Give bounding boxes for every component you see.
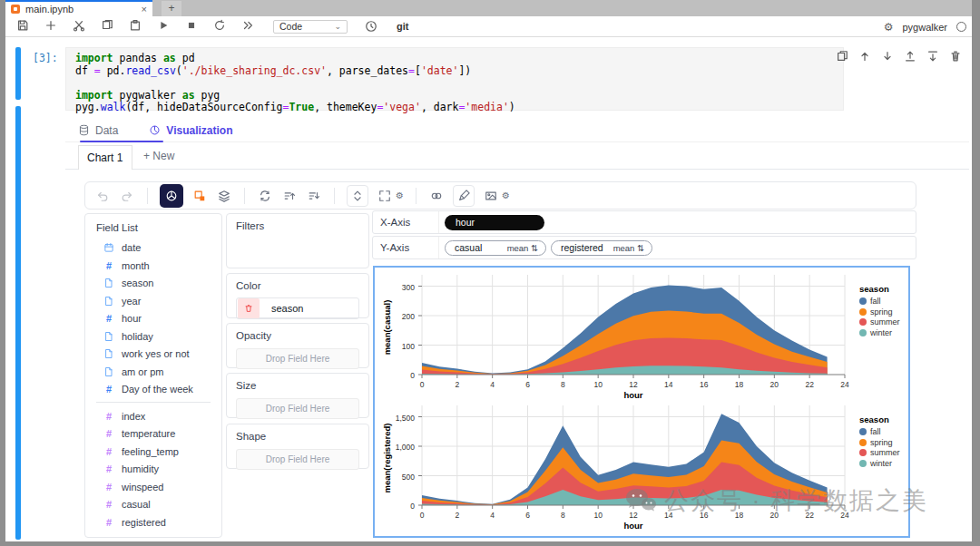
stop-icon[interactable] — [181, 18, 202, 33]
geom-mode-button[interactable] — [160, 184, 183, 208]
x-tick-label: 18 — [729, 511, 750, 520]
field-divider — [96, 402, 211, 403]
field-item-am-or-pm[interactable]: am or pm — [96, 366, 211, 377]
filters-panel: Filters — [226, 213, 369, 268]
restart-icon[interactable] — [209, 18, 230, 33]
hash-icon: # — [103, 517, 114, 528]
sort-asc-icon[interactable] — [281, 188, 298, 204]
size-drop-zone[interactable]: Drop Field Here — [236, 398, 359, 419]
redo-icon[interactable] — [119, 188, 135, 204]
field-item-Day-of-the-week[interactable]: #Day of the week — [96, 384, 211, 395]
legend-item-summer[interactable]: summer — [859, 448, 910, 457]
color-field-name: season — [271, 303, 303, 314]
field-item-casual[interactable]: #casual — [96, 499, 211, 510]
sort-desc-icon[interactable] — [306, 188, 322, 204]
field-item-registered[interactable]: #registered — [96, 517, 211, 528]
move-down-icon[interactable] — [880, 49, 895, 63]
brush-button[interactable] — [453, 185, 475, 207]
field-item-humidity[interactable]: #humidity — [96, 463, 211, 474]
new-tab-button[interactable]: + — [162, 1, 181, 16]
chart-1-tab[interactable]: Chart 1 — [78, 145, 132, 170]
active-cell-indicator[interactable] — [15, 47, 21, 100]
aggregation-icon[interactable] — [191, 188, 208, 204]
output-cell-indicator[interactable] — [15, 106, 21, 540]
paste-icon[interactable] — [124, 18, 146, 33]
code-line: import pygwalker as pyg — [75, 90, 834, 102]
field-item-date[interactable]: date — [96, 242, 211, 253]
copy-icon[interactable] — [96, 18, 118, 33]
opacity-drop-zone[interactable]: Drop Field Here — [236, 348, 359, 369]
shape-drop-zone[interactable]: Drop Field Here — [236, 449, 359, 470]
legend-item-spring[interactable]: spring — [859, 438, 910, 447]
field-item-year[interactable]: year — [96, 296, 211, 307]
refresh-icon[interactable] — [257, 188, 273, 204]
tab-visualization[interactable]: Visualization — [149, 124, 232, 137]
git-menu[interactable]: git — [397, 21, 408, 32]
legend-item-winter[interactable]: winter — [859, 459, 910, 468]
config-gear-icon[interactable]: ⚙ — [502, 190, 510, 200]
gear-icon[interactable]: ⚙ — [884, 21, 894, 34]
toolbar-separator — [334, 188, 335, 204]
x-axis-field-pill[interactable]: hour — [445, 215, 544, 230]
legend-item-winter[interactable]: winter — [859, 328, 910, 337]
settings-gear-icon[interactable]: ⚙ — [396, 190, 404, 200]
field-item-season[interactable]: season — [96, 278, 211, 288]
export-icon[interactable] — [483, 188, 499, 204]
x-tick-label: 12 — [622, 511, 644, 520]
save-icon[interactable] — [12, 18, 34, 33]
layers-icon[interactable] — [216, 188, 232, 204]
field-item-work-yes-or-not[interactable]: work yes or not — [96, 348, 211, 359]
run-all-icon[interactable] — [237, 18, 259, 33]
y-tick-label: 0 — [387, 502, 415, 511]
field-item-winspeed[interactable]: #winspeed — [96, 482, 211, 492]
pill-aggregation[interactable]: mean ⇅ — [507, 243, 538, 253]
close-tab-icon[interactable]: × — [142, 4, 147, 15]
document-icon — [103, 348, 114, 359]
x-tick-label: 0 — [411, 511, 433, 520]
legend-item-fall[interactable]: fall — [859, 297, 910, 306]
field-item-month[interactable]: #month — [96, 260, 211, 271]
toolbar-separator — [244, 188, 245, 204]
x-tick-label: 18 — [729, 380, 750, 389]
undo-icon[interactable] — [94, 188, 111, 204]
code-cell[interactable]: import pandas as pddf = pd.read_csv('./b… — [65, 47, 844, 111]
tab-data[interactable]: Data — [78, 124, 118, 137]
field-name: hour — [122, 313, 142, 324]
height-button[interactable] — [347, 185, 368, 207]
y-axis-field-pill-casual[interactable]: casualmean ⇅ — [445, 240, 546, 256]
x-tick-label: 2 — [446, 511, 468, 520]
color-panel: Color season — [226, 273, 369, 318]
insert-below-icon[interactable] — [926, 49, 940, 63]
cut-icon[interactable] — [68, 18, 90, 33]
kernel-name[interactable]: pygwalker — [902, 22, 947, 33]
field-item-hour[interactable]: #hour — [96, 313, 211, 324]
run-icon[interactable] — [152, 18, 174, 33]
delete-icon[interactable] — [948, 49, 963, 63]
legend-item-fall[interactable]: fall — [859, 427, 910, 436]
trash-icon[interactable] — [238, 298, 260, 318]
color-field-pill[interactable]: season — [236, 297, 359, 319]
field-item-holiday[interactable]: holiday — [96, 331, 211, 342]
history-icon[interactable] — [360, 19, 382, 34]
hash-icon: # — [103, 428, 114, 439]
legend-item-summer[interactable]: summer — [859, 317, 910, 327]
cell-type-select[interactable]: Code ⌄ — [273, 20, 348, 34]
y-tick-label: 1,500 — [387, 414, 415, 423]
field-item-index[interactable]: #index — [96, 411, 211, 422]
field-name: humidity — [122, 463, 159, 474]
y-axis-field-pill-registered[interactable]: registeredmean ⇅ — [551, 240, 652, 256]
duplicate-icon[interactable] — [835, 49, 849, 63]
limit-icon[interactable] — [428, 188, 445, 204]
insert-above-icon[interactable] — [903, 49, 917, 63]
notebook-tab[interactable]: main.ipynb × — [5, 0, 152, 16]
resize-icon[interactable] — [377, 188, 393, 204]
field-item-feeling_temp[interactable]: #feeling_temp — [96, 446, 211, 457]
field-item-temperature[interactable]: #temperature — [96, 428, 211, 439]
new-chart-button[interactable]: + New — [143, 150, 174, 162]
legend-item-spring[interactable]: spring — [859, 307, 910, 317]
add-icon[interactable] — [40, 18, 62, 33]
pill-aggregation[interactable]: mean ⇅ — [613, 243, 644, 253]
field-name: year — [122, 296, 141, 307]
move-up-icon[interactable] — [858, 49, 872, 63]
x-tick-label: 16 — [693, 511, 715, 520]
